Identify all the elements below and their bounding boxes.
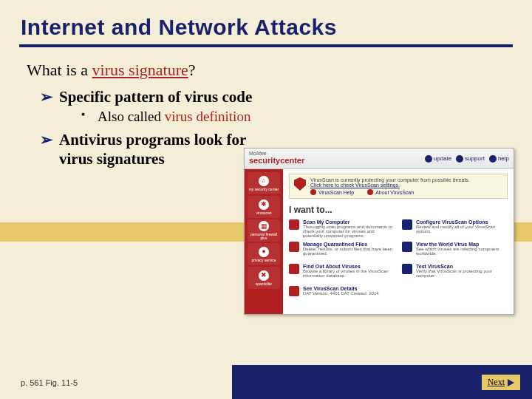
- map-icon: [402, 242, 412, 252]
- quarantine-icon: [289, 242, 299, 252]
- privacy-icon: ●: [259, 247, 269, 257]
- firewall-icon: ▦: [259, 221, 269, 231]
- link-about-virusscan[interactable]: About VirusScan: [367, 189, 414, 195]
- antivirus-screenshot: McAfeesecuritycenter update support help…: [244, 148, 514, 315]
- bullet-1-text: Specific pattern of virus code: [59, 88, 252, 106]
- sidebar-item[interactable]: ●privacy service: [248, 243, 280, 265]
- grid-title: Configure VirusScan Options: [416, 219, 508, 225]
- sidebar-item[interactable]: ▦personal firewall plus: [248, 219, 280, 242]
- bullet-1-sub: Also called virus definition: [81, 108, 269, 126]
- page-reference: p. 561 Fig. 11-5: [21, 378, 78, 387]
- support-icon: [456, 155, 463, 163]
- link-virusscan-help[interactable]: VirusScan Help: [310, 189, 354, 195]
- link-label: About VirusScan: [375, 190, 414, 195]
- next-button[interactable]: Next: [482, 375, 520, 390]
- mock-header: McAfeesecuritycenter update support help: [245, 149, 514, 169]
- details-icon: [289, 286, 299, 296]
- footer: p. 561 Fig. 11-5 Next: [0, 365, 532, 399]
- grid-item[interactable]: Scan My ComputerThoroughly scan programs…: [289, 219, 395, 240]
- grid-title: Scan My Computer: [303, 219, 395, 225]
- grid-desc: DAT Version: 4401 DAT Created: 2014: [303, 291, 379, 296]
- grid-item[interactable]: Find Out About VirusesBrowse a library o…: [289, 264, 395, 284]
- test-icon: [402, 264, 412, 274]
- grid-title: Find Out About Viruses: [303, 264, 395, 269]
- sidebar-item[interactable]: ✱virusscan: [248, 196, 280, 218]
- sidebar-label: personal firewall plus: [248, 233, 280, 240]
- sidebar-item[interactable]: ✖spamkiller: [248, 267, 280, 289]
- grid-desc: Review and modify all of your VirusScan …: [416, 225, 495, 233]
- dot-icon: [310, 189, 316, 195]
- grid-item[interactable]: Configure VirusScan OptionsReview and mo…: [402, 219, 508, 240]
- next-arrow-icon: [508, 379, 514, 386]
- virus-icon: ✱: [259, 200, 269, 210]
- home-icon: ⌂: [259, 176, 269, 186]
- sidebar-label: virusscan: [256, 211, 271, 215]
- help-label: help: [498, 155, 509, 162]
- sidebar-label: privacy service: [251, 259, 276, 262]
- grid-desc: Browse a library of viruses in the Virus…: [303, 269, 389, 278]
- grid-title: Manage Quarantined Files: [303, 242, 395, 247]
- grid-item[interactable]: View the World Virus MapSee which viruse…: [402, 242, 508, 262]
- shield-icon: [294, 177, 306, 191]
- dot-icon: [367, 189, 373, 195]
- bullet-2: Antivirus programs look for virus signat…: [40, 130, 269, 169]
- update-icon: [425, 155, 432, 163]
- mock-sidebar: ⌂my security center ✱virusscan ▦personal…: [245, 169, 283, 314]
- next-label: Next: [488, 377, 505, 388]
- action-grid: Scan My ComputerThoroughly scan programs…: [289, 219, 508, 310]
- scan-icon: [289, 219, 299, 230]
- grid-item[interactable]: Test VirusScanVerify that VirusScan is p…: [402, 264, 508, 284]
- slide-title: Internet and Network Attacks: [21, 15, 511, 40]
- configure-icon: [402, 219, 412, 230]
- info-icon: [289, 264, 299, 274]
- support-button[interactable]: support: [456, 155, 485, 163]
- bullet-1: Specific pattern of virus code Also call…: [40, 87, 269, 126]
- grid-item[interactable]: See VirusScan DetailsDAT Version: 4401 D…: [289, 286, 395, 307]
- bullet-2-text: Antivirus programs look for virus signat…: [59, 131, 246, 168]
- question-line: What is a virus signature?: [27, 61, 511, 80]
- mock-main: VirusScan is currently protecting your c…: [283, 169, 514, 314]
- grid-desc: See which viruses are infecting computer…: [416, 247, 499, 256]
- banner-line: VirusScan is currently protecting your c…: [310, 177, 470, 183]
- grid-title: View the World Virus Map: [416, 242, 508, 247]
- grid-desc: Verify that VirusScan is protecting your…: [416, 269, 492, 278]
- support-label: support: [465, 155, 485, 162]
- question-suffix: ?: [188, 61, 196, 79]
- title-rule: [19, 44, 513, 47]
- spam-icon: ✖: [259, 270, 269, 281]
- banner-sub: Click here to check VirusScan settings.: [310, 183, 470, 188]
- bullet-1-sub-prefix: Also called: [98, 109, 165, 124]
- grid-title: See VirusScan Details: [303, 286, 379, 291]
- grid-item[interactable]: Manage Quarantined FilesDelete, restore,…: [289, 242, 395, 262]
- link-label: VirusScan Help: [318, 190, 354, 195]
- help-icon: [489, 155, 497, 163]
- brand-name: securitycenter: [249, 156, 304, 165]
- grid-title: Test VirusScan: [416, 264, 508, 269]
- update-label: update: [434, 155, 451, 162]
- sidebar-label: my security center: [249, 188, 279, 191]
- question-prefix: What is a: [27, 61, 92, 79]
- question-term: virus signature: [92, 61, 188, 79]
- help-button[interactable]: help: [489, 155, 509, 163]
- grid-desc: Delete, restore, or submit files that ha…: [303, 247, 392, 256]
- brand: McAfeesecuritycenter: [249, 152, 304, 164]
- status-banner: VirusScan is currently protecting your c…: [289, 174, 508, 199]
- sidebar-item[interactable]: ⌂my security center: [248, 172, 280, 194]
- sidebar-label: spamkiller: [256, 282, 273, 286]
- i-want-to-heading: I want to...: [289, 205, 508, 215]
- grid-desc: Thoroughly scan programs and documents t…: [303, 225, 392, 238]
- bullet-1-sub-term: virus definition: [165, 109, 251, 124]
- update-button[interactable]: update: [425, 155, 451, 163]
